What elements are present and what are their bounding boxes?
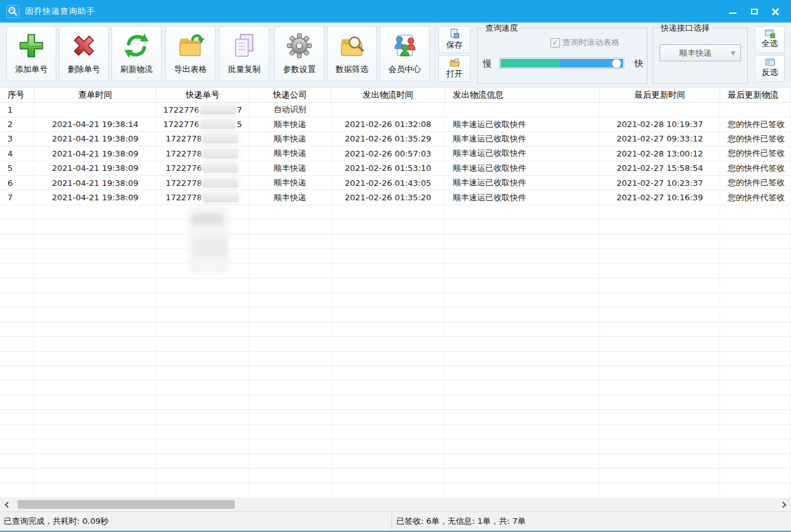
- cell-update_time: 2021-02-28 10:19:37: [600, 117, 720, 131]
- table-row[interactable]: 62021-04-21 19:38:091722778顺丰快递2021-02-2…: [0, 176, 791, 190]
- cell-company: 顺丰快递: [249, 161, 331, 175]
- table-row[interactable]: 52021-04-21 19:38:091722776顺丰快递2021-02-2…: [0, 161, 791, 176]
- table-row-empty: [0, 469, 791, 483]
- select-all-button[interactable]: 全选: [755, 26, 785, 53]
- slow-label: 慢: [483, 58, 492, 69]
- settings-button[interactable]: 参数设置: [274, 26, 324, 81]
- cell-first_time: 2021-02-26 01:53:10: [331, 161, 445, 175]
- table-row-empty: [0, 366, 791, 381]
- scrollbar-thumb[interactable]: [18, 500, 235, 509]
- table-row-empty: [0, 439, 791, 454]
- table-row-empty: [0, 205, 791, 220]
- cell-index: 5: [0, 161, 34, 175]
- add-icon: [17, 31, 46, 60]
- button-label: 批量复制: [228, 64, 261, 75]
- fast-label: 快: [634, 58, 643, 69]
- button-label: 添加单号: [15, 64, 48, 75]
- table-row[interactable]: 72021-04-21 19:38:091722778顺丰快递2021-02-2…: [0, 190, 791, 205]
- column-header-update_info[interactable]: 最后更新物流: [720, 88, 791, 102]
- cell-first_time: [331, 103, 445, 116]
- invert-select-button[interactable]: 反选: [755, 55, 785, 82]
- maximize-button[interactable]: [743, 0, 765, 23]
- add-order-button[interactable]: 添加单号: [6, 26, 56, 81]
- button-label: 会员中心: [388, 64, 421, 75]
- window-title: 固乔快递查询助手: [25, 6, 95, 17]
- button-label: 删除单号: [68, 64, 100, 75]
- cell-first_time: 2021-02-26 00:57:03: [331, 146, 445, 160]
- refresh-icon: [122, 31, 151, 60]
- cell-index: 2: [0, 117, 34, 131]
- open-button[interactable]: 打开: [438, 55, 470, 82]
- table-row-empty: [0, 293, 791, 307]
- cell-first_info: 顺丰速运已收取快件: [445, 132, 600, 146]
- window-controls: ×: [722, 0, 786, 23]
- cell-first_time: 2021-02-26 01:35:20: [331, 190, 445, 204]
- table-row-empty: [0, 410, 791, 424]
- close-button[interactable]: ×: [765, 0, 786, 23]
- column-header-company[interactable]: 快递公司: [249, 88, 331, 102]
- save-button[interactable]: 保存: [438, 26, 470, 53]
- table-row-empty: [0, 352, 791, 366]
- export-table-button[interactable]: 导出表格: [165, 26, 215, 81]
- cell-company: 顺丰快递: [249, 190, 331, 204]
- column-header-first_info[interactable]: 发出物流信息: [445, 88, 600, 102]
- redaction-blur: [203, 193, 238, 202]
- toolbar-divider: [435, 24, 435, 85]
- speed-slider[interactable]: [499, 58, 624, 69]
- speed-slider-row: 慢 快: [483, 57, 643, 71]
- column-header-tracking_no[interactable]: 快递单号: [157, 88, 249, 102]
- select-all-label: 全选: [762, 38, 778, 49]
- minimize-icon: [729, 13, 737, 14]
- delete-order-button[interactable]: 删除单号: [59, 26, 109, 81]
- scroll-table-checkbox[interactable]: ✓ 查询时滚动表格: [551, 37, 619, 48]
- cell-tracking_no: 17227767: [157, 103, 249, 116]
- cell-tracking_no: 1722778: [157, 132, 249, 146]
- app-logo-icon: [6, 5, 19, 18]
- member-center-button[interactable]: 会员中心: [380, 26, 430, 81]
- cell-update_info: 您的快件已签收: [720, 132, 791, 146]
- cell-company: 顺丰快递: [249, 117, 331, 131]
- table-body: 117227767自动识别22021-04-21 19:38:141722776…: [0, 103, 791, 498]
- scroll-right-button[interactable]: [777, 498, 791, 511]
- slider-thumb[interactable]: [612, 59, 621, 68]
- column-header-update_time[interactable]: 最后更新时间: [600, 88, 720, 102]
- export-icon: [176, 31, 205, 60]
- column-header-query_time[interactable]: 查单时间: [34, 88, 157, 102]
- table-row-empty: [0, 483, 791, 498]
- cell-query_time: 2021-04-21 19:38:09: [34, 161, 157, 175]
- cell-index: 4: [0, 146, 34, 160]
- redaction-blur: [203, 134, 238, 143]
- cell-update_time: 2021-02-27 09:33:12: [600, 132, 720, 146]
- column-header-first_time[interactable]: 发出物流时间: [331, 88, 445, 102]
- table-row-empty: [0, 322, 791, 337]
- courier-api-group: 快递接口选择 顺丰快递 ▼: [653, 28, 748, 84]
- cell-update_time: 2021-02-27 10:16:39: [600, 190, 720, 204]
- data-filter-button[interactable]: 数据筛选: [327, 26, 377, 81]
- cell-first_info: 顺丰速运已收取快件: [445, 161, 600, 175]
- column-header-index[interactable]: 序号: [0, 88, 34, 102]
- horizontal-scrollbar[interactable]: [0, 498, 791, 511]
- table-row-empty: [0, 263, 791, 278]
- cell-tracking_no: 17227765: [157, 117, 249, 131]
- cell-first_info: [445, 103, 600, 116]
- statusbar: 已查询完成，共耗时: 0.09秒 已签收: 6单，无信息: 1单，共: 7单: [0, 511, 791, 531]
- table-row[interactable]: 32021-04-21 19:38:091722778顺丰快递2021-02-2…: [0, 132, 791, 146]
- cell-query_time: 2021-04-21 19:38:09: [34, 176, 157, 190]
- scroll-left-button[interactable]: [0, 498, 14, 511]
- table-row[interactable]: 22021-04-21 19:38:1417227765顺丰快递2021-02-…: [0, 117, 791, 131]
- cell-company: 自动识别: [249, 103, 331, 116]
- courier-select[interactable]: 顺丰快递 ▼: [659, 44, 741, 61]
- table-row[interactable]: 117227767自动识别: [0, 103, 791, 117]
- minimize-button[interactable]: [722, 0, 743, 23]
- cell-update_time: 2021-02-28 13:00:12: [600, 146, 720, 160]
- batch-copy-button[interactable]: 批量复制: [219, 26, 269, 81]
- table-row-empty: [0, 381, 791, 395]
- button-label: 数据筛选: [336, 64, 368, 75]
- table-row[interactable]: 42021-04-21 19:38:091722778顺丰快递2021-02-2…: [0, 146, 791, 161]
- cell-query_time: 2021-04-21 19:38:09: [34, 132, 157, 146]
- cell-update_time: 2021-02-27 15:58:54: [600, 161, 720, 175]
- refresh-logistics-button[interactable]: 刷新物流: [111, 26, 162, 81]
- table-row-empty: [0, 396, 791, 410]
- table-row-empty: [0, 279, 791, 293]
- courier-api-title: 快递接口选择: [658, 23, 712, 34]
